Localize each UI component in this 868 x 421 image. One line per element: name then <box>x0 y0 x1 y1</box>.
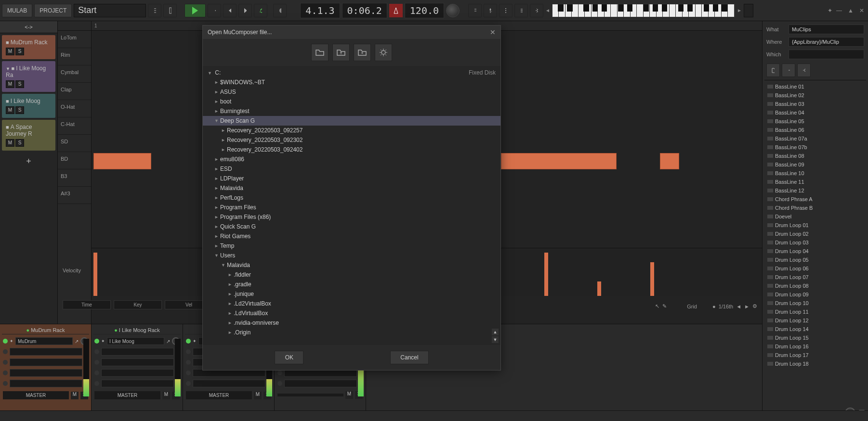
drum-lane[interactable]: Rim <box>58 48 91 65</box>
file-tree[interactable]: ▼ C: Fixed Disk ► $WINDOWS.~BT► ASUS► bo… <box>203 66 500 345</box>
pointer-tool-icon[interactable]: ↖ <box>655 303 659 309</box>
tree-item[interactable]: ► emu8086 <box>203 154 500 164</box>
mute-button[interactable]: M <box>6 80 14 88</box>
record-button[interactable] <box>273 4 287 17</box>
tree-item[interactable]: ► Temp <box>203 241 500 251</box>
clip-list-item[interactable]: BassLine 02 <box>764 91 866 100</box>
time-display[interactable]: 0:06.2 <box>342 3 387 18</box>
drum-lane[interactable]: LoTom <box>58 31 91 48</box>
tree-item[interactable]: ▼ Deep Scan G <box>203 116 500 126</box>
grid-next-icon[interactable]: ► <box>744 304 750 309</box>
channel-mute[interactable]: M <box>345 391 353 399</box>
clip-list-item[interactable]: BassLine 08 <box>764 152 866 160</box>
pencil-tool-icon[interactable]: ✎ <box>662 303 667 309</box>
track-block[interactable]: ▼ ■ I Like Moog RaMS <box>2 61 55 92</box>
clip-list-item[interactable]: Drum Loop 01 <box>764 221 866 230</box>
metronome-icon[interactable] <box>389 4 403 17</box>
tree-item[interactable]: ► .LdVirtualBox <box>203 308 500 318</box>
clip-list-item[interactable]: Drum Loop 09 <box>764 290 866 299</box>
clip-list-item[interactable]: BassLine 03 <box>764 100 866 108</box>
which-field[interactable] <box>789 50 864 59</box>
position-display[interactable]: 4.1.3 <box>300 3 340 18</box>
ok-button[interactable]: OK <box>275 351 303 364</box>
clip-list-item[interactable]: Chord Phrase A <box>764 195 866 204</box>
clip-list-item[interactable]: Drum Loop 12 <box>764 316 866 325</box>
list-icon[interactable] <box>514 4 528 17</box>
tree-item[interactable]: ► Program Files <box>203 203 500 212</box>
clip-list-item[interactable]: BassLine 05 <box>764 117 866 126</box>
arrange-icon[interactable] <box>148 4 161 17</box>
insert-slot[interactable]: MuDrum <box>15 337 73 345</box>
channel-title[interactable]: ● I Like Moog Rack <box>93 326 181 334</box>
tree-item[interactable]: ▼ Users <box>203 251 500 260</box>
clip-list-item[interactable]: Drum Loop 17 <box>764 351 866 359</box>
insert-slot[interactable] <box>284 380 357 387</box>
drum-lane[interactable]: Cymbal <box>58 65 91 83</box>
clip-list-item[interactable]: Doevel <box>764 212 866 221</box>
clip-list-item[interactable]: Drum Loop 18 <box>764 359 866 368</box>
tree-root[interactable]: ▼ C: Fixed Disk <box>203 68 500 77</box>
grid-value[interactable]: 1/16th <box>719 304 734 309</box>
clip-list-item[interactable]: BassLine 07a <box>764 134 866 143</box>
folder-icon[interactable] <box>311 44 329 61</box>
marker-field[interactable]: Start <box>74 4 146 17</box>
clip-list-item[interactable]: Drum Loop 03 <box>764 238 866 247</box>
solo-button[interactable]: S <box>15 139 24 147</box>
tempo-knob[interactable] <box>446 4 460 17</box>
browser-settings-icon[interactable] <box>797 64 811 77</box>
insert-slot[interactable] <box>10 358 82 366</box>
clip-list-item[interactable]: BassLine 06 <box>764 126 866 134</box>
snap-dot-icon[interactable]: ● <box>712 304 716 309</box>
drum-lane[interactable]: Clap <box>58 83 91 100</box>
scroll-down-icon[interactable]: ▼ <box>492 336 499 343</box>
clip-list-item[interactable]: BassLine 09 <box>764 160 866 169</box>
channel-mute[interactable]: M <box>162 392 170 399</box>
clip-list[interactable]: BassLine 01BassLine 02BassLine 03BassLin… <box>764 82 866 421</box>
tree-item[interactable]: ► .junique <box>203 289 500 299</box>
tool-icon-1[interactable] <box>468 4 482 17</box>
track-header[interactable]: <-> <box>0 21 57 33</box>
clip-list-item[interactable]: Drum Loop 07 <box>764 273 866 281</box>
drum-lane[interactable]: O-Hat <box>58 100 91 117</box>
minimize-icon[interactable]: — <box>834 7 844 14</box>
drum-lane[interactable]: SD <box>58 135 91 152</box>
clip-list-item[interactable]: Drum Loop 14 <box>764 325 866 333</box>
insert-slot[interactable] <box>101 348 174 356</box>
output-selector[interactable]: MASTER <box>94 391 160 399</box>
tree-item[interactable]: ► Program Files (x86) <box>203 212 500 222</box>
key-field[interactable]: Key <box>114 300 162 309</box>
browser-folder-icon[interactable] <box>766 64 780 77</box>
tree-item[interactable]: ► .Origin <box>203 328 500 337</box>
mute-button[interactable]: M <box>6 48 14 55</box>
tree-item[interactable]: ► Malavida <box>203 183 500 193</box>
tree-item[interactable]: ► ESD <box>203 164 500 174</box>
tree-item[interactable]: ► .gradle <box>203 280 500 289</box>
grid-settings-icon[interactable]: ⚙ <box>752 303 757 309</box>
new-folder-icon[interactable] <box>354 44 371 61</box>
cancel-button[interactable]: Cancel <box>390 351 428 364</box>
keyboard-range[interactable] <box>744 4 753 17</box>
track-block[interactable]: ■ I Like MoogMS <box>2 94 55 118</box>
solo-button[interactable]: S <box>15 80 24 88</box>
clip-list-item[interactable]: BassLine 12 <box>764 186 866 195</box>
insert-slot[interactable] <box>10 369 82 377</box>
tree-item[interactable]: ► Quick Scan G <box>203 222 500 231</box>
clip-list-item[interactable]: Drum Loop 10 <box>764 299 866 307</box>
tree-item[interactable]: ► Recovery_20220503_092302 <box>203 135 500 145</box>
drum-lane[interactable]: BD <box>58 152 91 169</box>
mute-button[interactable]: M <box>6 106 14 114</box>
maximize-icon[interactable]: ▲ <box>846 7 855 14</box>
solo-button[interactable]: S <box>15 48 24 55</box>
tempo-display[interactable]: 120.0 <box>405 3 444 18</box>
insert-slot[interactable] <box>10 348 82 356</box>
spark-icon[interactable]: ✦ <box>828 7 832 14</box>
clip-list-item[interactable]: Drum Loop 05 <box>764 255 866 264</box>
dialog-close-icon[interactable]: ✕ <box>490 28 496 36</box>
dialog-settings-icon[interactable] <box>375 44 392 61</box>
output-selector[interactable]: MASTER <box>186 391 252 399</box>
project-menu[interactable]: PROJECT <box>34 4 72 17</box>
clip-list-item[interactable]: Chord Phrase B <box>764 204 866 212</box>
tree-item[interactable]: ▼ Malavida <box>203 260 500 270</box>
tree-item[interactable]: ► PerfLogs <box>203 193 500 203</box>
drum-lane[interactable]: A#3 <box>58 187 91 204</box>
